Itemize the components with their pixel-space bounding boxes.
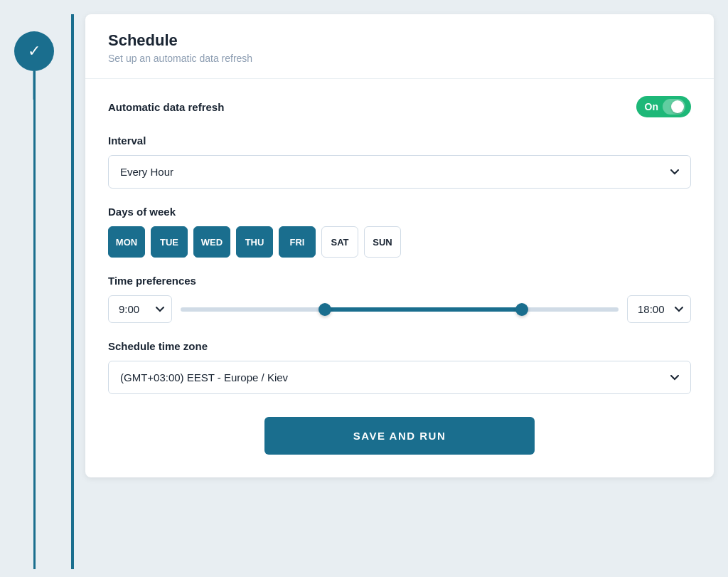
save-button-container: SAVE AND RUN (108, 417, 691, 455)
time-row: 9:00 10:00 11:00 12:00 18:00 (108, 295, 691, 323)
days-of-week-label: Days of week (108, 206, 691, 218)
days-row: MON TUE WED THU FRI SAT SUN (108, 226, 691, 258)
card-body: Automatic data refresh On Interval Every… (85, 79, 714, 477)
check-icon: ✓ (28, 43, 41, 59)
slider-thumb-start[interactable] (318, 303, 331, 316)
day-btn-mon[interactable]: MON (108, 226, 145, 258)
auto-refresh-toggle[interactable]: On (636, 96, 691, 117)
day-btn-wed[interactable]: WED (193, 226, 230, 258)
time-preferences-label: Time preferences (108, 275, 691, 287)
auto-refresh-label: Automatic data refresh (108, 101, 224, 113)
slider-track (181, 307, 619, 312)
timezone-select[interactable]: (GMT+03:00) EEST - Europe / Kiev (GMT+00… (108, 361, 691, 394)
page-subtitle: Set up an automatic data refresh (108, 53, 691, 64)
start-time-select[interactable]: 9:00 10:00 11:00 12:00 (108, 295, 172, 323)
days-of-week-section: Days of week MON TUE WED THU FRI SAT SUN (108, 206, 691, 258)
timezone-label: Schedule time zone (108, 340, 691, 352)
page-wrapper: ✓ Schedule Set up an automatic data refr… (14, 14, 714, 569)
toggle-knob-area (663, 99, 685, 115)
slider-fill (325, 307, 522, 312)
day-btn-thu[interactable]: THU (236, 226, 273, 258)
day-btn-sun[interactable]: SUN (364, 226, 401, 258)
end-time-select[interactable]: 18:00 17:00 16:00 15:00 (627, 295, 691, 323)
toggle-knob (671, 100, 684, 113)
save-and-run-button[interactable]: SAVE AND RUN (264, 417, 535, 455)
card-header: Schedule Set up an automatic data refres… (85, 14, 714, 79)
schedule-card: Schedule Set up an automatic data refres… (85, 14, 714, 477)
page-title: Schedule (108, 31, 691, 50)
time-slider[interactable] (181, 302, 619, 317)
interval-section: Interval Every Hour Every 30 Minutes Eve… (108, 134, 691, 189)
interval-select[interactable]: Every Hour Every 30 Minutes Every 15 Min… (108, 155, 691, 189)
slider-thumb-end[interactable] (515, 303, 528, 316)
accent-border (71, 14, 74, 569)
step-indicator: ✓ (14, 31, 54, 71)
step-line (33, 71, 36, 569)
day-btn-fri[interactable]: FRI (279, 226, 316, 258)
interval-label: Interval (108, 134, 691, 147)
toggle-on-label: On (645, 101, 658, 112)
time-preferences-section: Time preferences 9:00 10:00 11:00 12:00 (108, 275, 691, 323)
auto-refresh-row: Automatic data refresh On (108, 96, 691, 117)
day-btn-tue[interactable]: TUE (151, 226, 188, 258)
day-btn-sat[interactable]: SAT (321, 226, 358, 258)
timezone-section: Schedule time zone (GMT+03:00) EEST - Eu… (108, 340, 691, 394)
